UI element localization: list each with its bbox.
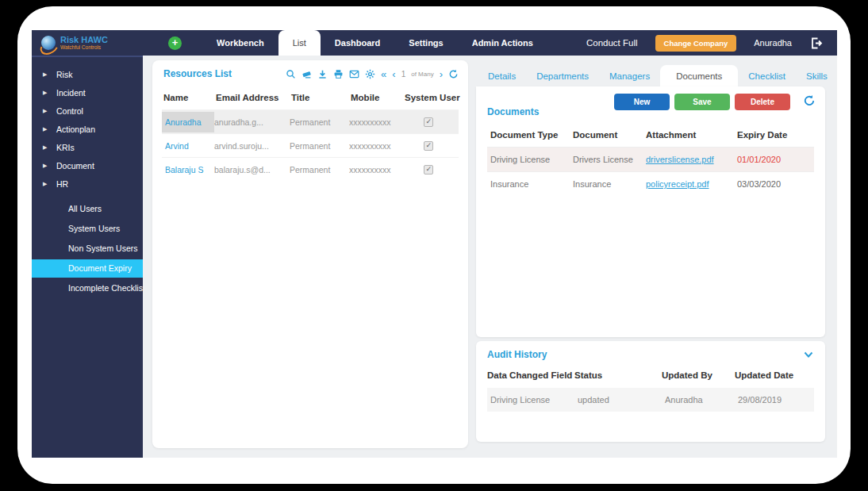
chevron-down-icon[interactable]: [803, 349, 814, 360]
sidebar-item-kris[interactable]: ▶KRIs: [32, 138, 143, 156]
eraser-icon[interactable]: [301, 69, 312, 79]
pagination-prev-icon[interactable]: ‹: [392, 69, 395, 79]
sidebar-item-all-users[interactable]: All Users: [32, 200, 143, 218]
logout-icon[interactable]: [809, 36, 823, 50]
globe-logo-icon: [41, 36, 56, 50]
audit-history-section: Audit History Data Changed Field Status …: [476, 341, 825, 442]
attachment-link[interactable]: policyreceipt.pdf: [646, 179, 737, 189]
nav-tab-list[interactable]: List: [278, 30, 321, 56]
main-nav: Workbench List Dashboard Settings Admin …: [202, 30, 547, 56]
resource-name-link[interactable]: Balaraju S: [162, 159, 214, 180]
gear-icon[interactable]: [365, 69, 375, 79]
sidebar-item-system-users[interactable]: System Users: [32, 220, 143, 238]
sidebar-item-document-expiry[interactable]: Document Expiry: [32, 259, 143, 278]
search-icon[interactable]: [286, 69, 296, 79]
detail-tabs: Details Departments Managers Documents C…: [476, 65, 825, 86]
pagination-page-number: 1: [401, 70, 406, 79]
audit-status: updated: [578, 395, 665, 405]
sidebar-item-document[interactable]: ▶Document: [32, 156, 143, 175]
username-label[interactable]: Anuradha: [754, 38, 792, 48]
resources-toolbar: « ‹ 1 of Many ›: [286, 69, 459, 79]
table-row[interactable]: Insurance Insurance policyreceipt.pdf 03…: [487, 171, 814, 196]
audit-table-header: Data Changed Field Status Updated By Upd…: [487, 360, 814, 388]
mail-icon[interactable]: [349, 69, 359, 79]
sidebar-item-label: HR: [56, 179, 68, 189]
pagination-first-icon[interactable]: «: [381, 69, 386, 79]
sidebar-item-incident[interactable]: ▶Incident: [32, 83, 143, 102]
sidebar-item-control[interactable]: ▶Control: [32, 102, 143, 120]
resources-list-title: Resources List: [163, 68, 232, 79]
documents-section: New Save Delete Documents Document Type …: [476, 86, 825, 337]
resource-name-link[interactable]: Arvind: [162, 136, 214, 156]
app-logo: Risk HAWC Watchful Controls: [32, 30, 143, 56]
tab-checklist[interactable]: Checklist: [738, 65, 796, 86]
chevron-right-icon: ▶: [43, 90, 49, 96]
resource-name-link[interactable]: Anuradha: [162, 112, 214, 132]
conduct-full-label: Conduct Full: [586, 38, 638, 48]
change-company-button[interactable]: Change Company: [655, 35, 737, 52]
table-row[interactable]: Balaraju S balaraju.s@d... Permanent xxx…: [162, 157, 459, 181]
resource-title: Permanent: [290, 165, 349, 175]
sidebar: ▶Risk ▶Incident ▶Control ▶Actionplan ▶KR…: [32, 56, 143, 458]
sidebar-item-non-system-users[interactable]: Non System Users: [32, 240, 143, 258]
new-button[interactable]: New: [614, 94, 670, 110]
column-header: Email Address: [216, 93, 291, 102]
tab-documents[interactable]: Documents: [660, 65, 738, 86]
tab-skills[interactable]: Skills: [796, 65, 838, 86]
chevron-right-icon: ▶: [43, 126, 49, 132]
sidebar-item-label: Risk: [56, 70, 72, 79]
logo-title: Risk HAWC: [60, 36, 108, 44]
sidebar-item-hr[interactable]: ▶HR: [32, 175, 143, 193]
chevron-right-icon: ▶: [43, 71, 49, 78]
document-name: Drivers License: [573, 155, 646, 164]
nav-tab-workbench[interactable]: Workbench: [202, 30, 278, 56]
print-icon[interactable]: [333, 69, 344, 79]
sidebar-item-incomplete-checklist[interactable]: Incomplete Checklist: [32, 279, 143, 297]
nav-tab-admin-actions[interactable]: Admin Actions: [458, 30, 547, 56]
audit-updated-date: 29/08/2019: [738, 395, 817, 405]
sidebar-item-actionplan[interactable]: ▶Actionplan: [32, 120, 143, 138]
tab-managers[interactable]: Managers: [599, 65, 660, 86]
main-content: Resources List « ‹ 1 of Many: [143, 56, 837, 458]
resource-title: Permanent: [290, 141, 349, 151]
detail-panel: Details Departments Managers Documents C…: [476, 65, 825, 442]
chevron-right-icon: ▶: [43, 144, 49, 151]
table-row[interactable]: Arvind arvind.suroju... Permanent xxxxxx…: [162, 133, 459, 157]
delete-button[interactable]: Delete: [735, 94, 790, 110]
pagination-next-icon[interactable]: ›: [440, 69, 443, 79]
system-user-checkbox[interactable]: [424, 117, 433, 127]
column-header: Data Changed Field: [487, 370, 574, 380]
system-user-checkbox[interactable]: [424, 165, 433, 175]
table-row[interactable]: Driving License updated Anuradha 29/08/2…: [487, 388, 814, 412]
sidebar-item-risk[interactable]: ▶Risk: [32, 65, 143, 83]
attachment-link[interactable]: driverslicense.pdf: [646, 155, 737, 164]
column-header: Updated Date: [735, 370, 814, 380]
refresh-icon[interactable]: [448, 69, 459, 79]
tab-departments[interactable]: Departments: [526, 65, 599, 86]
download-icon[interactable]: [317, 69, 328, 79]
column-header: Document Type: [490, 130, 573, 140]
tab-details[interactable]: Details: [478, 65, 526, 86]
nav-tab-dashboard[interactable]: Dashboard: [321, 30, 394, 56]
table-row[interactable]: Driving License Drivers License driversl…: [487, 147, 814, 171]
document-type: Insurance: [490, 179, 573, 189]
table-row[interactable]: Anuradha anuradha.g... Permanent xxxxxxx…: [162, 109, 459, 133]
nav-tab-settings[interactable]: Settings: [394, 30, 457, 56]
sidebar-item-label: KRIs: [56, 143, 75, 152]
sidebar-item-label: Control: [56, 106, 83, 116]
logo-subtitle: Watchful Controls: [60, 44, 108, 51]
system-user-checkbox[interactable]: [424, 141, 433, 151]
column-header: Name: [163, 93, 216, 102]
resources-list-panel: Resources List « ‹ 1 of Many: [152, 60, 468, 448]
audit-updated-by: Anuradha: [665, 395, 738, 405]
hr-submenu: All Users System Users Non System Users …: [32, 200, 143, 297]
add-icon[interactable]: +: [168, 36, 182, 50]
sidebar-item-label: Actionplan: [56, 125, 95, 134]
app-window: Risk HAWC Watchful Controls + Workbench …: [17, 6, 851, 484]
column-header: Mobile: [351, 93, 405, 102]
audit-history-title: Audit History: [487, 349, 547, 360]
save-button[interactable]: Save: [674, 94, 730, 110]
refresh-icon[interactable]: [803, 94, 816, 107]
document-type: Driving License: [490, 155, 573, 164]
resource-mobile: xxxxxxxxxx: [349, 117, 403, 127]
